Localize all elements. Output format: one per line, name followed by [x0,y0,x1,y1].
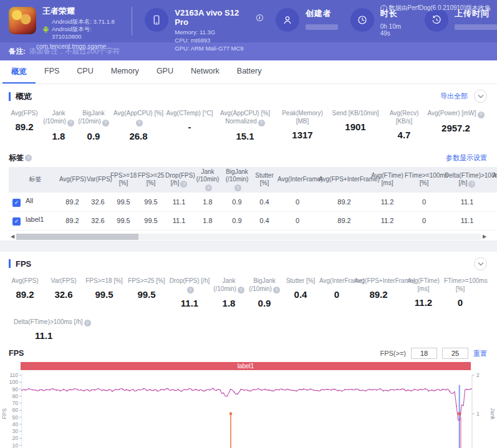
fps-marker [452,393,453,394]
fps-marker [463,405,464,406]
scroll-thumb[interactable] [16,234,138,240]
section-accent [9,259,11,268]
fps-marker [91,389,92,391]
param-settings-link[interactable]: 参数显示设置 [446,153,487,163]
scroll-right-arrow[interactable]: ▶ [481,234,488,239]
fps-marker [140,389,141,391]
tab-cpu[interactable]: CPU [68,60,102,83]
fps-marker [327,389,329,390]
stat-value: 0 [444,297,476,308]
duration-value: 0h 10m 49s [380,23,412,37]
fps-marker [403,389,405,390]
fps-marker [67,391,68,392]
table-cell: 99.5 [137,211,165,230]
collector-note: i 数据由PerfDog(6.0.210910)版本收集 [380,4,491,12]
fps-marker [247,390,248,391]
tags-table: 标签Avg(FPS)Var(FPS)FPS>=18 [%]FPS>=25 [%]… [9,167,497,231]
help-icon[interactable]: ? [136,120,143,126]
device-name: V2163A vivo S12 Pro [175,8,253,27]
tab-gpu[interactable]: GPU [148,60,182,83]
tab-battery[interactable]: Battery [228,60,271,83]
fps-marker [261,390,263,391]
fps-marker [125,389,127,391]
section-accent [9,92,11,101]
table-cell: 32.6 [86,211,110,230]
fps-marker [63,389,64,390]
help-icon[interactable]: ? [273,287,280,293]
fps-marker [209,389,210,391]
help-icon[interactable]: ? [468,181,475,188]
stat-item: FPS>=25 [%]99.5 [125,277,168,309]
app-version-name: Android版本名: 3.71.1.8 [52,18,122,26]
fps-marker [25,389,26,391]
overview-collapse-button[interactable] [474,90,487,103]
help-icon[interactable]: ? [102,120,109,126]
fps-marker [153,389,155,391]
table-cell: 0 [404,211,444,230]
row-checkbox[interactable]: ✓ [12,217,21,226]
y-tick-label: 30 [12,428,19,434]
help-icon[interactable]: ? [84,320,91,326]
help-icon[interactable]: ? [205,184,212,191]
help-icon[interactable]: ? [67,120,74,126]
scroll-track[interactable] [16,234,481,240]
fps-marker [334,389,335,390]
creator-value-redacted [306,24,338,30]
left-axis-title: FPS [1,408,7,419]
column-header: Avg(AppCPU) [%] [490,167,497,193]
stat-item: Avg(FPS)89.2 [6,109,42,141]
tab-network[interactable]: Network [182,60,228,83]
table-cell: 99.5 [110,211,137,230]
column-header: Drop(FPS) [/h]? [165,167,193,193]
table-cell: 2 [490,193,497,211]
help-icon[interactable]: ? [187,287,194,293]
y-tick-label: 20 [12,436,19,442]
fps-marker [202,390,203,391]
fps-marker [178,389,179,390]
chart-label-banner: label1 [21,362,471,370]
fps-marker [230,389,231,390]
app-package: com.tencent.tmgp.sgame [36,43,122,50]
help-icon[interactable]: ? [478,112,485,118]
device-info-icon[interactable]: i [256,14,263,21]
right-axis-title: Jank [490,408,496,421]
help-icon[interactable]: ? [234,184,241,191]
fps-marker [143,388,144,389]
fps-marker [240,389,241,390]
fps-threshold-low-input[interactable] [411,348,437,359]
fps-collapse-button[interactable] [474,257,487,270]
fps-marker [449,391,450,392]
phone-icon [151,14,162,26]
overview-title: 概览 [16,91,32,102]
column-header: FPS>=25 [%] [137,167,165,193]
fps-marker [94,389,95,391]
tab-memory[interactable]: Memory [102,60,148,83]
tags-help-icon[interactable]: ? [25,155,32,161]
export-all-link[interactable]: 导出全部 [440,92,468,101]
column-header: 标签 [9,167,59,193]
tab-fps[interactable]: FPS [36,60,68,83]
stat-item: Avg(FTime) [ms]11.2 [403,277,444,309]
help-icon[interactable]: ? [180,181,187,188]
tab-概览[interactable]: 概览 [2,60,36,83]
row-checkbox[interactable]: ✓ [12,199,21,207]
fps-chart[interactable]: 010203040506070809010011001200:0000:3301… [0,370,497,448]
help-icon[interactable]: ? [258,120,265,126]
help-icon[interactable]: ? [238,287,244,293]
fps-marker [400,389,402,391]
stat-item: Send [KB/10min]1901 [329,109,382,141]
tags-table-wrap: 标签Avg(FPS)Var(FPS)FPS>=18 [%]FPS>=25 [%]… [9,167,497,231]
app-version-code: Android版本号: 371010800 [52,26,122,41]
delta-stat: Delta(FTime)>100ms [/h]? 11.1 [0,317,497,347]
y-tick-label: 70 [12,400,19,406]
table-cell: 99.5 [137,193,165,211]
reset-link[interactable]: 重置 [473,349,487,358]
fps-marker [174,390,175,391]
fps-threshold-high-input[interactable] [442,348,468,359]
table-cell: 0 [404,193,444,211]
scroll-left-arrow[interactable]: ◀ [9,234,16,239]
table-cell: 2 [490,211,497,230]
stat-value: 89.2 [354,289,403,300]
table-cell: 1.8 [193,211,222,230]
stat-item: Avg(Power) [mW]?2957.2 [427,109,485,141]
